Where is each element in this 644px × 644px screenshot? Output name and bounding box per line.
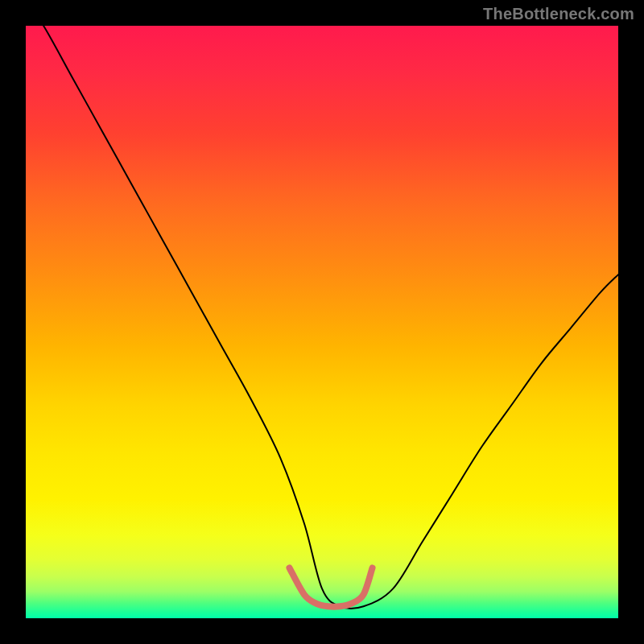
watermark-text: TheBottleneck.com bbox=[483, 5, 634, 23]
plot-area bbox=[26, 26, 618, 618]
chart-svg bbox=[26, 26, 618, 618]
chart-frame: TheBottleneck.com bbox=[0, 0, 644, 644]
bottleneck-curve-path bbox=[26, 2, 618, 609]
